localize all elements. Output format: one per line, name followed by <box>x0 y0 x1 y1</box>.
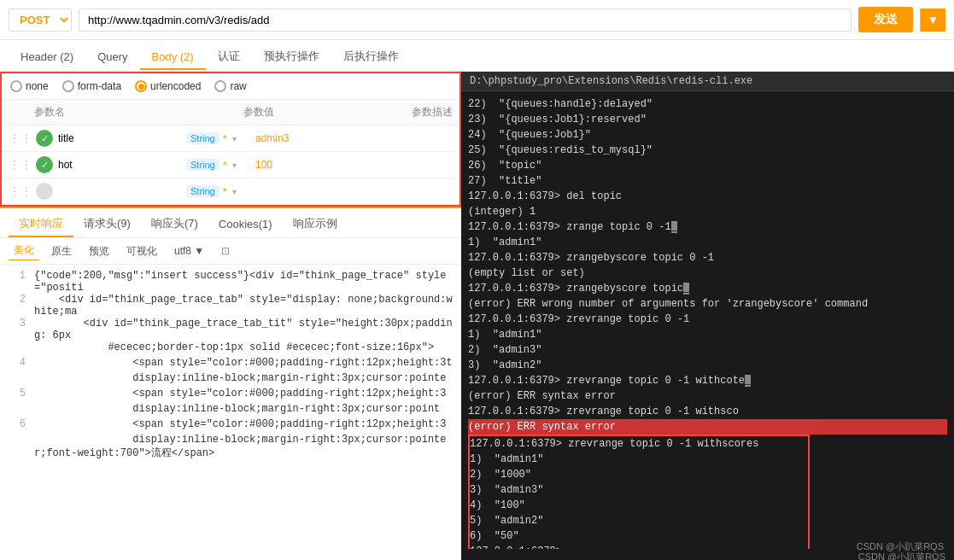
tab-auth[interactable]: 认证 <box>206 44 252 71</box>
radio-none-label: none <box>26 80 49 92</box>
code-line-2: 2 <div id="think_page_trace_tab" style="… <box>9 294 453 318</box>
toolbar-preview[interactable]: 预览 <box>84 242 114 260</box>
radio-urlencoded[interactable]: urlencoded <box>135 80 201 92</box>
radio-raw[interactable]: raw <box>214 80 246 92</box>
param-name-hot[interactable] <box>58 159 186 171</box>
terminal-line-6: 27) "title" <box>468 173 947 189</box>
code-view: 1 {"code":200,"msg":"insert success"}<di… <box>0 265 461 461</box>
param-check-hot[interactable]: ✓ <box>36 156 53 173</box>
chevron-title[interactable]: ▾ <box>232 134 237 143</box>
terminal-line-27: 4) "100" <box>470 498 808 513</box>
code-line-3: 3 <div id="think_page_trace_tab_tit" sty… <box>9 318 453 341</box>
tab-query[interactable]: Query <box>85 45 139 70</box>
param-row-hot: ⋮⋮ ✓ String * ▾ <box>2 152 459 178</box>
terminal-line-2: 23) "{queues:Job1}:reserved" <box>468 112 947 127</box>
terminal-line-13: 127.0.0.1:6379> zrangebyscore topic_ <box>468 281 947 296</box>
chevron-hot[interactable]: ▾ <box>232 160 237 170</box>
toolbar-raw[interactable]: 原生 <box>46 242 77 260</box>
code-line-4b: display:inline-block;margin-right:3px;cu… <box>9 372 453 388</box>
main-tabs-row: Header (2) Query Body (2) 认证 预执行操作 后执行操作 <box>0 40 954 72</box>
terminal-content: 22) "{queues:handle}:delayed" 23) "{queu… <box>461 91 954 549</box>
required-hot: * <box>223 159 227 172</box>
tab-header[interactable]: Header (2) <box>9 45 85 70</box>
method-select[interactable]: POST <box>9 9 72 32</box>
type-badge-hot: String <box>186 159 219 171</box>
terminal-line-18: 3) "admin2" <box>468 358 947 373</box>
type-badge-title: String <box>186 132 219 144</box>
terminal-line-20: (error) ERR syntax error <box>468 388 947 404</box>
terminal-line-29: 6) "50" <box>470 528 808 544</box>
terminal-line-10: 1) "admin1" <box>468 235 947 250</box>
response-toolbar: 美化 原生 预览 可视化 utf8 ▼ ⊡ <box>0 238 461 265</box>
drag-handle-empty[interactable]: ⋮⋮ <box>9 184 32 198</box>
params-table-header: 参数名 参数值 参数描述 <box>2 100 459 125</box>
required-empty: * <box>223 185 227 198</box>
terminal-line-16: 1) "admin1" <box>468 327 947 342</box>
terminal-line-8: (integer) 1 <box>468 204 947 219</box>
terminal-line-17: 2) "admin3" <box>468 342 947 358</box>
terminal-title: D:\phpstudy_pro\Extensions\Redis\redis-c… <box>470 75 752 87</box>
param-value-title[interactable] <box>255 132 383 144</box>
resp-tab-realtime[interactable]: 实时响应 <box>9 212 73 237</box>
terminal-line-23: 127.0.0.1:6379> zrevrange topic 0 -1 wit… <box>470 436 808 452</box>
tab-body[interactable]: Body (2) <box>140 45 206 70</box>
toolbar-encoding[interactable]: utf8 ▼ <box>169 243 209 259</box>
main-split: none form-data urlencoded raw 参数名 <box>0 72 954 560</box>
required-title: * <box>223 132 227 145</box>
radio-raw-circle <box>214 80 226 92</box>
resp-tab-example[interactable]: 响应示例 <box>283 212 348 237</box>
header-desc: 参数描述 <box>348 105 454 120</box>
terminal-line-1: 22) "{queues:handle}:delayed" <box>468 96 947 112</box>
chevron-empty[interactable]: ▾ <box>232 187 237 196</box>
radio-urlencoded-label: urlencoded <box>150 80 201 92</box>
terminal-result-box: 127.0.0.1:6379> zrevrange topic 0 -1 wit… <box>468 435 810 549</box>
response-section: 实时响应 请求头(9) 响应头(7) Cookies(1) 响应示例 美化 原生… <box>0 207 461 560</box>
terminal-line-21: 127.0.0.1:6379> zrevrange topic 0 -1 wit… <box>468 404 947 419</box>
param-row-empty: ⋮⋮ String * ▾ <box>2 178 459 205</box>
radio-formdata[interactable]: form-data <box>62 80 121 92</box>
radio-urlencoded-circle <box>135 80 147 92</box>
tab-post-exec[interactable]: 后执行操作 <box>331 44 411 71</box>
response-tabs-row: 实时响应 请求头(9) 响应头(7) Cookies(1) 响应示例 <box>0 208 461 238</box>
code-line-5: 5 <span style="color:#000;padding-right:… <box>9 388 453 403</box>
terminal-line-15: 127.0.0.1:6379> zrevrange topic 0 -1 <box>468 312 947 327</box>
radio-formdata-label: form-data <box>78 80 121 92</box>
code-line-3b: #ececec;border-top:1px solid #ececec;fon… <box>9 341 453 357</box>
param-value-hot[interactable] <box>255 159 383 171</box>
left-top-panel: none form-data urlencoded raw 参数名 <box>0 72 461 207</box>
toolbar-beautify[interactable]: 美化 <box>9 242 39 260</box>
terminal-line-5: 26) "topic" <box>468 158 947 173</box>
send-dropdown-button[interactable]: ▼ <box>920 9 945 32</box>
terminal-line-14: (error) ERR wrong number of arguments fo… <box>468 296 947 312</box>
resp-tab-respheader[interactable]: 响应头(7) <box>141 212 208 237</box>
watermark: CSDN @小趴菜RQS <box>857 540 944 550</box>
toolbar-visual[interactable]: 可视化 <box>121 242 162 260</box>
param-row-title: ⋮⋮ ✓ String * ▾ <box>2 125 459 152</box>
terminal-line-22-highlighted: (error) ERR syntax error <box>468 419 947 435</box>
header-value: 参数值 <box>243 105 348 120</box>
radio-formdata-circle <box>62 80 74 92</box>
terminal-line-28: 5) "admin2" <box>470 513 808 528</box>
toolbar-copy[interactable]: ⊡ <box>216 243 235 259</box>
radio-none[interactable]: none <box>10 80 49 92</box>
param-check-title[interactable]: ✓ <box>36 130 53 147</box>
terminal-line-24: 1) "admin1" <box>470 452 808 467</box>
param-check-empty[interactable] <box>36 183 53 200</box>
terminal-line-12: (empty list or set) <box>468 265 947 281</box>
terminal-line-25: 2) "1000" <box>470 467 808 482</box>
send-button[interactable]: 发送 <box>858 7 913 32</box>
terminal-line-7: 127.0.0.1:6379> del topic <box>468 189 947 204</box>
code-line-6: 6 <span style="color:#000;padding-right:… <box>9 418 453 434</box>
resp-tab-reqheader[interactable]: 请求头(9) <box>73 212 141 237</box>
param-name-title[interactable] <box>58 132 186 144</box>
tab-pre-exec[interactable]: 预执行操作 <box>252 44 331 71</box>
url-input[interactable] <box>79 9 852 32</box>
terminal-line-9: 127.0.0.1:6379> zrange topic 0 -1_ <box>468 219 947 235</box>
terminal-line-26: 3) "admin3" <box>470 482 808 498</box>
param-name-empty[interactable] <box>58 185 186 197</box>
drag-handle-title[interactable]: ⋮⋮ <box>9 131 32 145</box>
header-name: 参数名 <box>34 105 139 120</box>
resp-tab-cookies[interactable]: Cookies(1) <box>208 213 283 236</box>
drag-handle-hot[interactable]: ⋮⋮ <box>9 158 32 172</box>
terminal-titlebar: D:\phpstudy_pro\Extensions\Redis\redis-c… <box>461 72 954 91</box>
